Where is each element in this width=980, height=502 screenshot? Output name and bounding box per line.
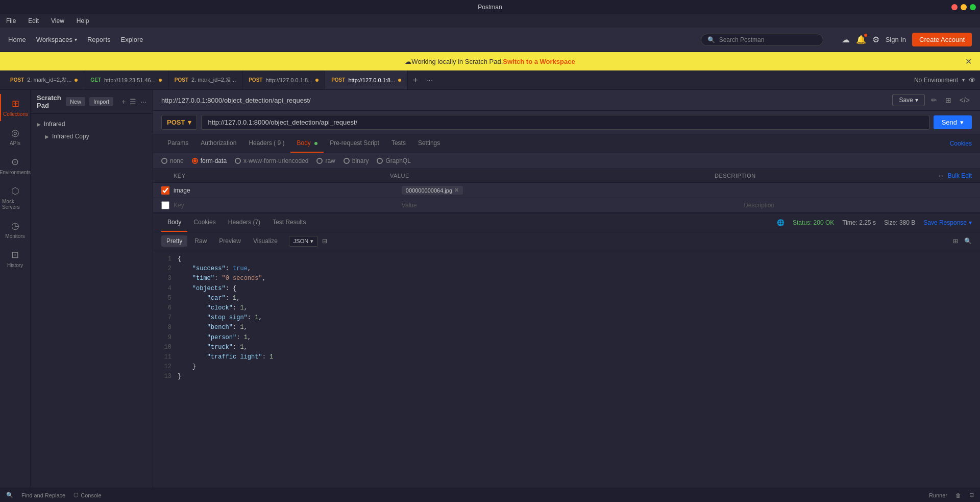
env-eye-icon[interactable]: 👁 <box>969 76 976 84</box>
save-response-button[interactable]: Save Response ▾ <box>923 219 972 226</box>
search-bar[interactable]: 🔍 Search Postman <box>701 34 823 46</box>
view-tab-raw[interactable]: Raw <box>189 235 212 247</box>
runner-button[interactable]: Runner <box>929 492 947 498</box>
close-btn[interactable] <box>951 4 958 10</box>
tab-3[interactable]: POST http://127.0.0.1:8... <box>242 70 325 90</box>
minimize-btn[interactable] <box>961 4 967 10</box>
environment-selector[interactable]: No Environment ▾ 👁 <box>914 76 976 84</box>
bulk-edit-btn[interactable]: ··· Bulk Edit <box>931 172 972 179</box>
code-icon[interactable]: </> <box>958 94 972 106</box>
radio-urlencoded[interactable]: x-www-form-urlencoded <box>235 157 308 164</box>
placeholder-checkbox[interactable] <box>161 201 169 209</box>
tab-pre-request[interactable]: Pre-request Script <box>324 134 385 153</box>
tab-method-3: POST <box>249 77 262 83</box>
tree-item-infrared[interactable]: ▶ Infrared <box>31 118 153 130</box>
more-tabs-icon[interactable]: ··· <box>423 77 436 84</box>
menu-edit[interactable]: Edit <box>26 16 41 26</box>
edit-icon[interactable]: ✏ <box>929 94 939 106</box>
tab-tests[interactable]: Tests <box>385 134 412 153</box>
bottom-search-icon[interactable]: 🔍 <box>6 492 13 498</box>
tab-1[interactable]: GET http://119.23.51.46... <box>84 70 168 90</box>
radio-binary[interactable]: binary <box>344 157 369 164</box>
nav-reports[interactable]: Reports <box>87 36 111 43</box>
import-button[interactable]: Import <box>89 97 113 106</box>
trash-icon[interactable]: 🗑 <box>955 492 961 498</box>
sidebar-item-monitors[interactable]: ◷ Monitors <box>0 216 30 243</box>
env-label: No Environment <box>914 77 958 84</box>
radio-none[interactable]: none <box>161 157 184 164</box>
radio-raw[interactable]: raw <box>316 157 335 164</box>
view-tab-visualize[interactable]: Visualize <box>248 235 283 247</box>
row-checkbox[interactable] <box>161 186 169 195</box>
tab-0[interactable]: POST 2. mark_id=2,发... <box>4 70 84 90</box>
more-icon: ··· <box>939 172 944 179</box>
nav-home[interactable]: Home <box>8 36 26 43</box>
banner-close-icon[interactable]: ✕ <box>965 57 972 66</box>
copy-code-icon[interactable]: ⊞ <box>943 94 953 106</box>
format-select[interactable]: JSON ▾ <box>289 236 318 247</box>
placeholder-key[interactable]: Key <box>174 202 402 209</box>
json-line-2: 2 "success": true, <box>161 264 972 274</box>
tab-headers[interactable]: Headers ( 9 ) <box>242 134 290 153</box>
row-key[interactable]: image <box>174 187 402 194</box>
view-tab-preview[interactable]: Preview <box>214 235 246 247</box>
main-layout: ⊞ Collections ◎ APIs ⊙ Environments ⬡ Mo… <box>0 90 980 488</box>
send-button[interactable]: Send ▾ <box>934 115 972 129</box>
panel-add-icon[interactable]: + <box>121 98 126 106</box>
nav-workspaces[interactable]: Workspaces ▾ <box>36 36 77 43</box>
view-tab-pretty[interactable]: Pretty <box>161 235 187 247</box>
tree-item-infrared-copy[interactable]: ▶ Infrared Copy <box>31 130 153 142</box>
copy-response-icon[interactable]: ⊞ <box>953 237 958 245</box>
console-button[interactable]: ⬡ Console <box>74 492 101 498</box>
sidebar-item-mock-servers[interactable]: ⬡ Mock Servers <box>0 181 30 214</box>
res-tab-body[interactable]: Body <box>161 213 187 232</box>
banner-link[interactable]: Switch to a Workspace <box>503 58 575 65</box>
tab-params[interactable]: Params <box>161 134 194 153</box>
search-response-icon[interactable]: 🔍 <box>964 237 972 245</box>
nav-explore[interactable]: Explore <box>121 36 143 43</box>
panel-filter-icon[interactable]: ☰ <box>130 98 136 106</box>
tab-label-3: http://127.0.0.1:8... <box>265 77 312 83</box>
res-tab-cookies[interactable]: Cookies <box>187 213 222 232</box>
find-replace-button[interactable]: Find and Replace <box>21 492 65 498</box>
tab-4[interactable]: POST http://127.0.0.1:8... <box>325 70 408 90</box>
radio-graphql[interactable]: GraphQL <box>377 157 410 164</box>
cloud-icon[interactable]: ☁ <box>842 35 850 44</box>
tab-body[interactable]: Body <box>290 134 324 153</box>
menu-file[interactable]: File <box>4 16 18 26</box>
sidebar-item-apis[interactable]: ◎ APIs <box>0 123 30 150</box>
sidebar: ⊞ Collections ◎ APIs ⊙ Environments ⬡ Mo… <box>0 90 31 488</box>
new-button[interactable]: New <box>66 97 85 106</box>
sidebar-item-collections[interactable]: ⊞ Collections <box>0 94 30 121</box>
res-tab-test-results[interactable]: Test Results <box>266 213 312 232</box>
json-line-6: 6 "clock": 1, <box>161 303 972 313</box>
filter-icon[interactable]: ⊟ <box>322 237 327 245</box>
menu-help[interactable]: Help <box>75 16 91 26</box>
sidebar-item-history[interactable]: ⊡ History <box>0 245 30 272</box>
create-account-button[interactable]: Create Account <box>912 33 972 46</box>
status-ok: Status: 200 OK <box>793 219 834 226</box>
remove-tag-icon[interactable]: ✕ <box>454 187 459 194</box>
split-icon[interactable]: ⊟ <box>969 492 974 498</box>
menu-view[interactable]: View <box>49 16 66 26</box>
res-tab-headers[interactable]: Headers (7) <box>222 213 266 232</box>
radio-form-data[interactable]: form-data <box>192 157 227 164</box>
sidebar-item-environments[interactable]: ⊙ Environments <box>0 152 30 179</box>
maximize-btn[interactable] <box>970 4 976 10</box>
placeholder-desc[interactable]: Description <box>744 202 972 209</box>
tab-authorization[interactable]: Authorization <box>194 134 242 153</box>
console-icon: ⬡ <box>74 492 79 498</box>
tab-settings[interactable]: Settings <box>412 134 446 153</box>
panel-more-icon[interactable]: ··· <box>140 98 146 106</box>
settings-icon[interactable]: ⚙ <box>872 35 879 44</box>
save-button[interactable]: Save ▾ <box>892 94 924 106</box>
tab-2[interactable]: POST 2. mark_id=2,发... <box>168 70 242 90</box>
method-select[interactable]: POST ▾ <box>161 115 197 130</box>
sign-in-button[interactable]: Sign In <box>886 36 906 43</box>
notification-icon[interactable]: 🔔 <box>856 35 866 44</box>
json-line-9: 9 "person": 1, <box>161 333 972 343</box>
new-tab-icon[interactable]: + <box>408 76 423 85</box>
cookies-link[interactable]: Cookies <box>950 140 972 147</box>
placeholder-value[interactable]: Value <box>402 202 744 209</box>
url-input[interactable] <box>201 115 929 130</box>
